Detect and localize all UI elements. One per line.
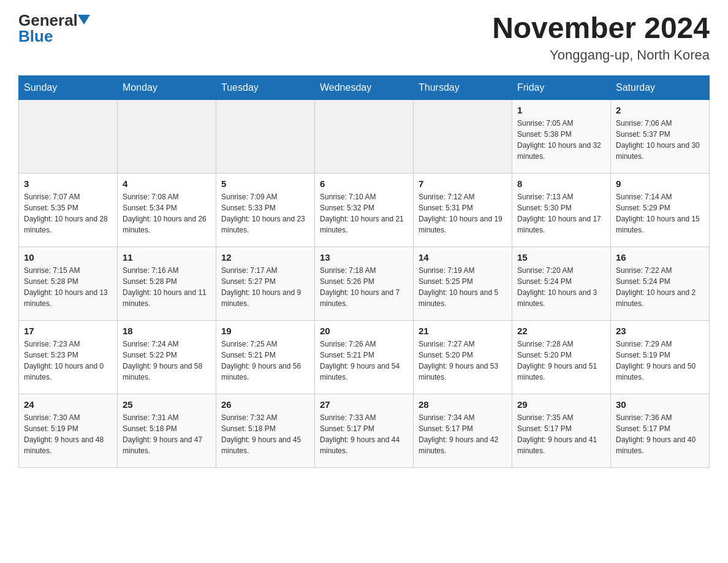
calendar-cell: 17Sunrise: 7:23 AMSunset: 5:23 PMDayligh… bbox=[19, 320, 118, 394]
day-number: 15 bbox=[517, 252, 605, 262]
day-info: Sunrise: 7:19 AMSunset: 5:25 PMDaylight:… bbox=[419, 265, 507, 309]
day-number: 25 bbox=[123, 399, 211, 410]
day-info: Sunrise: 7:08 AMSunset: 5:34 PMDaylight:… bbox=[123, 191, 211, 236]
day-info: Sunrise: 7:12 AMSunset: 5:31 PMDaylight:… bbox=[419, 191, 507, 236]
day-info: Sunrise: 7:26 AMSunset: 5:21 PMDaylight:… bbox=[320, 339, 408, 383]
day-info: Sunrise: 7:36 AMSunset: 5:17 PMDaylight:… bbox=[616, 412, 704, 456]
day-number: 24 bbox=[24, 399, 112, 410]
logo-triangle-icon bbox=[78, 15, 90, 25]
calendar-cell: 3Sunrise: 7:07 AMSunset: 5:35 PMDaylight… bbox=[19, 173, 118, 247]
day-number: 5 bbox=[221, 178, 309, 189]
calendar-cell: 9Sunrise: 7:14 AMSunset: 5:29 PMDaylight… bbox=[611, 173, 710, 247]
day-info: Sunrise: 7:09 AMSunset: 5:33 PMDaylight:… bbox=[221, 191, 309, 236]
day-number: 18 bbox=[123, 326, 211, 336]
day-info: Sunrise: 7:22 AMSunset: 5:24 PMDaylight:… bbox=[616, 265, 704, 309]
day-number: 9 bbox=[616, 178, 704, 189]
day-info: Sunrise: 7:07 AMSunset: 5:35 PMDaylight:… bbox=[24, 191, 112, 236]
day-number: 14 bbox=[419, 252, 507, 262]
weekday-header: Saturday bbox=[611, 75, 710, 99]
calendar-cell: 8Sunrise: 7:13 AMSunset: 5:30 PMDaylight… bbox=[512, 173, 611, 247]
logo-blue-text: Blue bbox=[18, 28, 53, 44]
weekday-header: Thursday bbox=[414, 75, 512, 99]
calendar-cell: 23Sunrise: 7:29 AMSunset: 5:19 PMDayligh… bbox=[611, 320, 710, 394]
day-number: 2 bbox=[616, 105, 704, 115]
day-info: Sunrise: 7:06 AMSunset: 5:37 PMDaylight:… bbox=[616, 118, 704, 162]
calendar-cell: 26Sunrise: 7:32 AMSunset: 5:18 PMDayligh… bbox=[216, 394, 315, 467]
calendar-week-row: 3Sunrise: 7:07 AMSunset: 5:35 PMDaylight… bbox=[19, 173, 710, 247]
logo-general-text: General bbox=[18, 12, 90, 28]
day-info: Sunrise: 7:14 AMSunset: 5:29 PMDaylight:… bbox=[616, 191, 704, 236]
day-number: 28 bbox=[419, 399, 507, 410]
day-number: 7 bbox=[419, 178, 507, 189]
day-info: Sunrise: 7:20 AMSunset: 5:24 PMDaylight:… bbox=[517, 265, 605, 309]
day-number: 21 bbox=[419, 326, 507, 336]
day-number: 4 bbox=[123, 178, 211, 189]
day-number: 23 bbox=[616, 326, 704, 336]
day-number: 3 bbox=[24, 178, 112, 189]
day-number: 12 bbox=[221, 252, 309, 262]
calendar-subtitle: Yonggang-up, North Korea bbox=[492, 47, 710, 63]
calendar-cell: 24Sunrise: 7:30 AMSunset: 5:19 PMDayligh… bbox=[19, 394, 118, 467]
calendar-cell bbox=[118, 99, 216, 173]
calendar-cell bbox=[216, 99, 315, 173]
calendar-week-row: 24Sunrise: 7:30 AMSunset: 5:19 PMDayligh… bbox=[19, 394, 710, 467]
day-number: 26 bbox=[221, 399, 309, 410]
day-number: 1 bbox=[517, 105, 605, 115]
day-number: 17 bbox=[24, 326, 112, 336]
calendar-cell: 12Sunrise: 7:17 AMSunset: 5:27 PMDayligh… bbox=[216, 247, 315, 320]
calendar-cell: 21Sunrise: 7:27 AMSunset: 5:20 PMDayligh… bbox=[414, 320, 512, 394]
calendar-cell: 11Sunrise: 7:16 AMSunset: 5:28 PMDayligh… bbox=[118, 247, 216, 320]
calendar-week-row: 1Sunrise: 7:05 AMSunset: 5:38 PMDaylight… bbox=[19, 99, 710, 173]
calendar-cell bbox=[315, 99, 414, 173]
day-info: Sunrise: 7:18 AMSunset: 5:26 PMDaylight:… bbox=[320, 265, 408, 309]
day-info: Sunrise: 7:32 AMSunset: 5:18 PMDaylight:… bbox=[221, 412, 309, 456]
day-info: Sunrise: 7:34 AMSunset: 5:17 PMDaylight:… bbox=[419, 412, 507, 456]
calendar-cell: 30Sunrise: 7:36 AMSunset: 5:17 PMDayligh… bbox=[611, 394, 710, 467]
page-header: General Blue November 2024 Yonggang-up, … bbox=[18, 12, 710, 63]
calendar-cell: 13Sunrise: 7:18 AMSunset: 5:26 PMDayligh… bbox=[315, 247, 414, 320]
calendar-week-row: 10Sunrise: 7:15 AMSunset: 5:28 PMDayligh… bbox=[19, 247, 710, 320]
day-info: Sunrise: 7:16 AMSunset: 5:28 PMDaylight:… bbox=[123, 265, 211, 309]
day-number: 10 bbox=[24, 252, 112, 262]
day-number: 6 bbox=[320, 178, 408, 189]
calendar-week-row: 17Sunrise: 7:23 AMSunset: 5:23 PMDayligh… bbox=[19, 320, 710, 394]
day-info: Sunrise: 7:28 AMSunset: 5:20 PMDaylight:… bbox=[517, 339, 605, 383]
weekday-header: Sunday bbox=[19, 75, 118, 99]
calendar-header-row: SundayMondayTuesdayWednesdayThursdayFrid… bbox=[19, 75, 710, 99]
weekday-header: Monday bbox=[118, 75, 216, 99]
day-number: 22 bbox=[517, 326, 605, 336]
day-info: Sunrise: 7:23 AMSunset: 5:23 PMDaylight:… bbox=[24, 339, 112, 383]
weekday-header: Friday bbox=[512, 75, 611, 99]
calendar-cell: 20Sunrise: 7:26 AMSunset: 5:21 PMDayligh… bbox=[315, 320, 414, 394]
calendar-cell: 19Sunrise: 7:25 AMSunset: 5:21 PMDayligh… bbox=[216, 320, 315, 394]
logo: General Blue bbox=[18, 12, 90, 44]
day-info: Sunrise: 7:25 AMSunset: 5:21 PMDaylight:… bbox=[221, 339, 309, 383]
day-info: Sunrise: 7:33 AMSunset: 5:17 PMDaylight:… bbox=[320, 412, 408, 456]
day-info: Sunrise: 7:30 AMSunset: 5:19 PMDaylight:… bbox=[24, 412, 112, 456]
weekday-header: Tuesday bbox=[216, 75, 315, 99]
calendar-cell: 18Sunrise: 7:24 AMSunset: 5:22 PMDayligh… bbox=[118, 320, 216, 394]
calendar-cell: 2Sunrise: 7:06 AMSunset: 5:37 PMDaylight… bbox=[611, 99, 710, 173]
day-info: Sunrise: 7:29 AMSunset: 5:19 PMDaylight:… bbox=[616, 339, 704, 383]
calendar-cell: 16Sunrise: 7:22 AMSunset: 5:24 PMDayligh… bbox=[611, 247, 710, 320]
day-number: 20 bbox=[320, 326, 408, 336]
day-number: 8 bbox=[517, 178, 605, 189]
calendar-cell: 25Sunrise: 7:31 AMSunset: 5:18 PMDayligh… bbox=[118, 394, 216, 467]
day-number: 11 bbox=[123, 252, 211, 262]
day-number: 27 bbox=[320, 399, 408, 410]
day-number: 13 bbox=[320, 252, 408, 262]
calendar-cell: 6Sunrise: 7:10 AMSunset: 5:32 PMDaylight… bbox=[315, 173, 414, 247]
weekday-header: Wednesday bbox=[315, 75, 414, 99]
calendar-cell: 15Sunrise: 7:20 AMSunset: 5:24 PMDayligh… bbox=[512, 247, 611, 320]
calendar-cell: 14Sunrise: 7:19 AMSunset: 5:25 PMDayligh… bbox=[414, 247, 512, 320]
day-number: 19 bbox=[221, 326, 309, 336]
calendar-cell: 10Sunrise: 7:15 AMSunset: 5:28 PMDayligh… bbox=[19, 247, 118, 320]
day-info: Sunrise: 7:17 AMSunset: 5:27 PMDaylight:… bbox=[221, 265, 309, 309]
calendar-cell: 27Sunrise: 7:33 AMSunset: 5:17 PMDayligh… bbox=[315, 394, 414, 467]
calendar-title: November 2024 bbox=[492, 12, 710, 45]
day-info: Sunrise: 7:10 AMSunset: 5:32 PMDaylight:… bbox=[320, 191, 408, 236]
day-info: Sunrise: 7:31 AMSunset: 5:18 PMDaylight:… bbox=[123, 412, 211, 456]
day-number: 30 bbox=[616, 399, 704, 410]
day-info: Sunrise: 7:15 AMSunset: 5:28 PMDaylight:… bbox=[24, 265, 112, 309]
day-info: Sunrise: 7:35 AMSunset: 5:17 PMDaylight:… bbox=[517, 412, 605, 456]
